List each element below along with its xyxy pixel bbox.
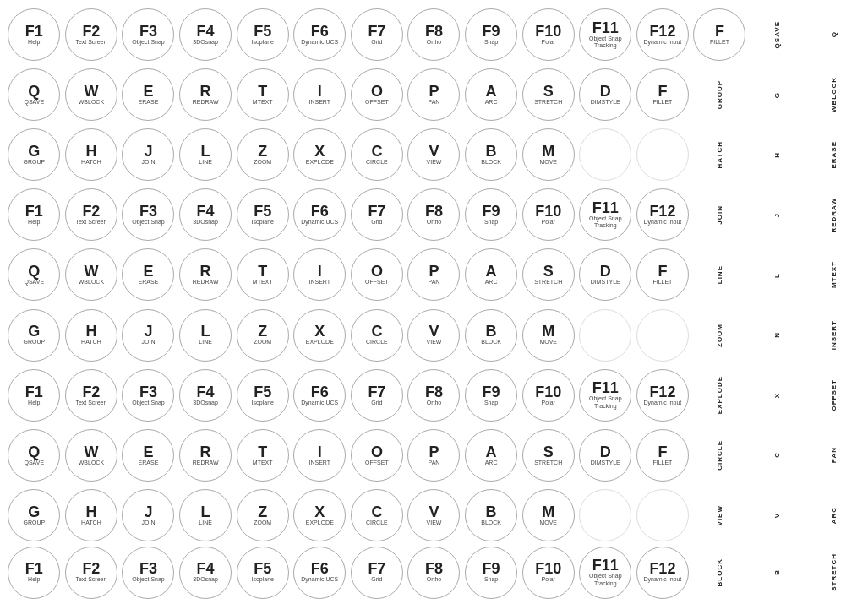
key-a[interactable]: AARC <box>465 68 517 121</box>
key-f8[interactable]: F8Ortho <box>407 369 460 422</box>
key-f1[interactable]: F1Help <box>8 547 60 599</box>
key-f5[interactable]: F5Isoplane <box>237 8 289 61</box>
key-f1[interactable]: F1Help <box>8 8 60 61</box>
key-j[interactable]: JJOIN <box>122 128 174 181</box>
key-x[interactable]: XEXPLODE <box>293 309 346 362</box>
key-x[interactable]: XEXPLODE <box>293 489 346 541</box>
key-z[interactable]: ZZOOM <box>237 128 289 181</box>
key-s[interactable]: SSTRETCH <box>522 248 575 301</box>
key-b[interactable]: BBLOCK <box>465 128 517 181</box>
key-f12[interactable]: F12Dynamic Input <box>636 8 689 61</box>
key-l[interactable]: LLINE <box>179 489 232 541</box>
key-f[interactable]: FFILLET <box>693 8 745 61</box>
key-d[interactable]: DDIMSTYLE <box>579 68 631 121</box>
key-f6[interactable]: F6Dynamic UCS <box>293 369 346 422</box>
key-f9[interactable]: F9Snap <box>465 547 517 599</box>
key-f11[interactable]: F11Object Snap Tracking <box>579 188 631 241</box>
key-f5[interactable]: F5Isoplane <box>237 547 289 599</box>
key-p[interactable]: PPAN <box>407 68 460 121</box>
key-m[interactable]: MMOVE <box>522 489 575 541</box>
key-c[interactable]: CCIRCLE <box>351 309 403 362</box>
key-f4[interactable]: F43DOsnap <box>179 369 232 422</box>
key-s[interactable]: SSTRETCH <box>522 68 575 121</box>
key-f3[interactable]: F3Object Snap <box>122 547 174 599</box>
key-h[interactable]: HHATCH <box>65 128 117 181</box>
key-f6[interactable]: F6Dynamic UCS <box>293 547 346 599</box>
key-c[interactable]: CCIRCLE <box>351 128 403 181</box>
key-z[interactable]: ZZOOM <box>237 309 289 362</box>
key-f12[interactable]: F12Dynamic Input <box>636 188 689 241</box>
key-r[interactable]: RREDRAW <box>179 429 232 482</box>
key-x[interactable]: XEXPLODE <box>293 128 346 181</box>
key-q[interactable]: QQSAVE <box>8 68 60 121</box>
key-w[interactable]: WWBLOCK <box>65 68 117 121</box>
key-g[interactable]: GGROUP <box>8 489 60 541</box>
key-f1[interactable]: F1Help <box>8 188 60 241</box>
key-g[interactable]: GGROUP <box>8 309 60 362</box>
key-f3[interactable]: F3Object Snap <box>122 8 174 61</box>
key-q[interactable]: QQSAVE <box>8 248 60 301</box>
key-o[interactable]: OOFFSET <box>351 248 403 301</box>
key-j[interactable]: JJOIN <box>122 489 174 541</box>
key-f5[interactable]: F5Isoplane <box>237 188 289 241</box>
key-l[interactable]: LLINE <box>179 309 232 362</box>
key-f7[interactable]: F7Grid <box>351 369 403 422</box>
key-f6[interactable]: F6Dynamic UCS <box>293 8 346 61</box>
key-g[interactable]: GGROUP <box>8 128 60 181</box>
key-f2[interactable]: F2Text Screen <box>65 369 117 422</box>
key-i[interactable]: IINSERT <box>293 68 346 121</box>
key-f5[interactable]: F5Isoplane <box>237 369 289 422</box>
key-f[interactable]: FFILLET <box>636 68 689 121</box>
key-e[interactable]: EERASE <box>122 68 174 121</box>
key-o[interactable]: OOFFSET <box>351 68 403 121</box>
key-f10[interactable]: F10Polar <box>522 547 575 599</box>
key-d[interactable]: DDIMSTYLE <box>579 429 631 482</box>
key-f11[interactable]: F11Object Snap Tracking <box>579 8 631 61</box>
key-s[interactable]: SSTRETCH <box>522 429 575 482</box>
key-w[interactable]: WWBLOCK <box>65 429 117 482</box>
key-a[interactable]: AARC <box>465 429 517 482</box>
key-f3[interactable]: F3Object Snap <box>122 188 174 241</box>
key-b[interactable]: BBLOCK <box>465 489 517 541</box>
key-f2[interactable]: F2Text Screen <box>65 547 117 599</box>
key-f1[interactable]: F1Help <box>8 369 60 422</box>
key-q[interactable]: QQSAVE <box>8 429 60 482</box>
key-f4[interactable]: F43DOsnap <box>179 188 232 241</box>
key-i[interactable]: IINSERT <box>293 429 346 482</box>
key-f8[interactable]: F8Ortho <box>407 8 460 61</box>
key-f10[interactable]: F10Polar <box>522 369 575 422</box>
key-f2[interactable]: F2Text Screen <box>65 8 117 61</box>
key-f4[interactable]: F43DOsnap <box>179 547 232 599</box>
key-b[interactable]: BBLOCK <box>465 309 517 362</box>
key-d[interactable]: DDIMSTYLE <box>579 248 631 301</box>
key-p[interactable]: PPAN <box>407 429 460 482</box>
key-h[interactable]: HHATCH <box>65 309 117 362</box>
key-v[interactable]: VVIEW <box>407 309 460 362</box>
key-f11[interactable]: F11Object Snap Tracking <box>579 547 631 599</box>
key-m[interactable]: MMOVE <box>522 128 575 181</box>
key-f9[interactable]: F9Snap <box>465 8 517 61</box>
key-f[interactable]: FFILLET <box>636 248 689 301</box>
key-r[interactable]: RREDRAW <box>179 68 232 121</box>
key-w[interactable]: WWBLOCK <box>65 248 117 301</box>
key-f7[interactable]: F7Grid <box>351 547 403 599</box>
key-f9[interactable]: F9Snap <box>465 369 517 422</box>
key-f8[interactable]: F8Ortho <box>407 547 460 599</box>
key-v[interactable]: VVIEW <box>407 489 460 541</box>
key-f11[interactable]: F11Object Snap Tracking <box>579 369 631 422</box>
key-t[interactable]: TMTEXT <box>237 68 289 121</box>
key-e[interactable]: EERASE <box>122 429 174 482</box>
key-f4[interactable]: F43DOsnap <box>179 8 232 61</box>
key-f2[interactable]: F2Text Screen <box>65 188 117 241</box>
key-f3[interactable]: F3Object Snap <box>122 369 174 422</box>
key-f7[interactable]: F7Grid <box>351 8 403 61</box>
key-f[interactable]: FFILLET <box>636 429 689 482</box>
key-t[interactable]: TMTEXT <box>237 429 289 482</box>
key-f12[interactable]: F12Dynamic Input <box>636 547 689 599</box>
key-c[interactable]: CCIRCLE <box>351 489 403 541</box>
key-f12[interactable]: F12Dynamic Input <box>636 369 689 422</box>
key-a[interactable]: AARC <box>465 248 517 301</box>
key-f10[interactable]: F10Polar <box>522 8 575 61</box>
key-h[interactable]: HHATCH <box>65 489 117 541</box>
key-t[interactable]: TMTEXT <box>237 248 289 301</box>
